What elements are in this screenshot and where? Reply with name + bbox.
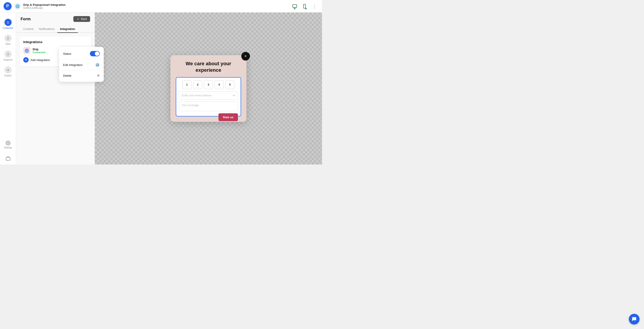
step-label-style: Style <box>5 43 10 45</box>
site-title: Drip & Popupsmart Integration <box>23 3 66 6</box>
tabs: Content Notifications Integration <box>16 22 94 33</box>
step-label-publish: Publish <box>4 74 12 77</box>
add-icon: + <box>23 57 28 63</box>
back-arrow-icon <box>76 17 80 20</box>
panel-header: Form Back <box>16 12 94 22</box>
popup-container: × <box>170 55 246 122</box>
settings-label: Settings <box>4 146 12 149</box>
message-input-preview: Your message <box>179 101 238 111</box>
desktop-view-button[interactable] <box>291 2 299 10</box>
email-input-preview: Enter your email address ✉ <box>179 91 238 99</box>
submit-button[interactable]: Rate us <box>218 113 238 121</box>
status-toggle-item[interactable]: Status <box>59 49 104 58</box>
back-button[interactable]: Back <box>73 16 90 22</box>
panel-title: Form <box>20 17 31 21</box>
rating-1[interactable]: 1 <box>182 80 192 89</box>
tab-notifications[interactable]: Notifications <box>36 25 58 33</box>
dropdown-divider-1 <box>59 59 104 60</box>
step-circle-2: 2 <box>4 35 12 42</box>
popup-preview: We care about your experience 1 2 3 4 5 … <box>170 55 246 122</box>
svg-rect-3 <box>304 4 306 8</box>
delete-item[interactable]: Delete ✕ <box>59 71 104 80</box>
step-circle-1: 1 <box>4 19 12 26</box>
popup-close-button[interactable]: × <box>241 52 250 60</box>
step-label-segment: Segment <box>3 58 12 61</box>
toggle-knob <box>95 51 99 56</box>
topbar: P 🌐 Drip & Popupsmart Integration trialf… <box>0 0 322 12</box>
svg-rect-0 <box>293 4 297 7</box>
integrations-box: Integrations 🌀 Drip Connected ⋮ Status <box>20 36 91 66</box>
dropdown-menu: Status Edit Integration ⚙️ Delete ✕ <box>59 47 104 82</box>
step-label-customize: Customize <box>3 27 13 29</box>
rating-2[interactable]: 2 <box>193 80 202 89</box>
gear-icon <box>6 141 10 145</box>
topbar-title: Drip & Popupsmart Integration trialfirst… <box>23 3 66 9</box>
edit-integration-item[interactable]: Edit Integration ⚙️ <box>59 60 104 69</box>
drip-integration-row: 🌀 Drip Connected ⋮ Status <box>23 47 88 54</box>
delete-x-icon: ✕ <box>97 73 100 78</box>
app-logo[interactable]: P <box>4 2 12 10</box>
integrations-title: Integrations <box>23 40 88 44</box>
topbar-more-button[interactable]: ⋮ <box>310 2 318 10</box>
rating-5[interactable]: 5 <box>226 80 234 89</box>
step-circle-3: 3 <box>4 50 12 58</box>
site-icon: 🌐 <box>14 3 20 9</box>
briefcase-nav-item[interactable] <box>0 152 16 164</box>
topbar-actions: ⋮ <box>291 2 318 10</box>
drip-logo-icon: 🌀 <box>23 47 30 54</box>
main-layout: 1 Customize 2 Style 3 Segment 4 Publish … <box>0 12 322 164</box>
panel: Form Back Content Notifications Integrat… <box>16 12 95 164</box>
tab-integration[interactable]: Integration <box>57 25 78 33</box>
svg-point-5 <box>8 142 9 144</box>
rating-3[interactable]: 3 <box>204 80 213 89</box>
mobile-view-button[interactable] <box>300 2 308 10</box>
step-circle-4: 4 <box>4 66 12 73</box>
settings-nav-item[interactable]: Settings <box>0 137 16 152</box>
steps-sidebar: 1 Customize 2 Style 3 Segment 4 Publish … <box>0 12 16 164</box>
briefcase-icon <box>6 156 10 161</box>
site-url: trialfirst.netlify.app <box>23 6 66 9</box>
step-customize[interactable]: 1 Customize <box>0 16 16 32</box>
canvas: × <box>95 12 322 164</box>
add-integration-label: Add integration <box>30 58 50 62</box>
popup-title: We care about your experience <box>176 60 241 73</box>
svg-rect-6 <box>6 157 10 160</box>
canvas-inner: × <box>95 12 322 164</box>
rating-row: 1 2 3 4 5 <box>179 80 238 89</box>
dropdown-divider-2 <box>59 70 104 70</box>
edit-gear-icon: ⚙️ <box>95 63 100 67</box>
email-icon: ✉ <box>233 94 235 97</box>
step-style[interactable]: 2 Style <box>0 32 16 48</box>
tab-content[interactable]: Content <box>20 25 36 33</box>
rating-4[interactable]: 4 <box>215 80 224 89</box>
step-segment[interactable]: 3 Segment <box>0 48 16 64</box>
status-toggle[interactable] <box>90 51 100 56</box>
step-publish[interactable]: 4 Publish <box>0 64 16 80</box>
popup-form: 1 2 3 4 5 Enter your email address ✉ You… <box>176 77 241 116</box>
